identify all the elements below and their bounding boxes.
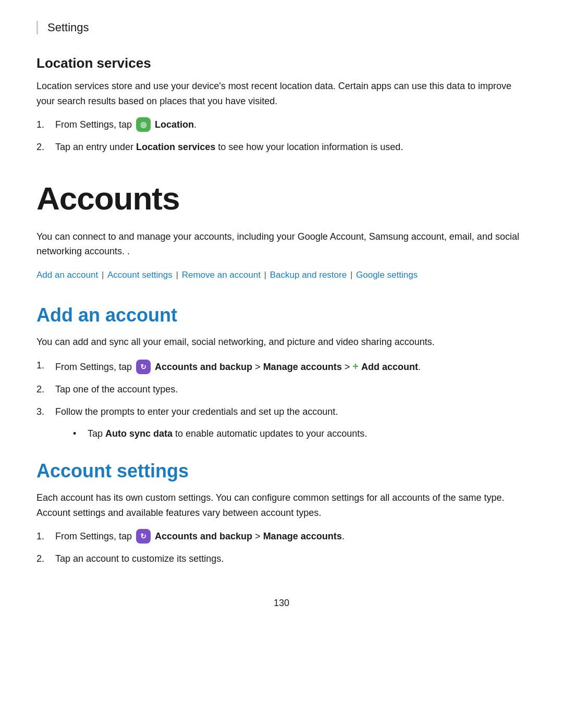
accounts-backup-icon-2: ↻ bbox=[136, 529, 151, 544]
accounts-main-title: Accounts bbox=[36, 180, 527, 217]
bullet-1-content: Tap Auto sync data to enable automatic u… bbox=[88, 426, 527, 441]
location-description: Location services store and use your dev… bbox=[36, 79, 527, 109]
settings-step-number-2: 2. bbox=[36, 551, 55, 566]
add-account-description: You can add and sync all your email, soc… bbox=[36, 335, 527, 350]
plus-icon: + bbox=[352, 361, 359, 372]
manage-accounts-bold-2: Manage accounts bbox=[263, 531, 342, 541]
location-services-bold: Location services bbox=[136, 142, 215, 152]
add-step-3-content: Follow the prompts to enter your credent… bbox=[55, 404, 527, 419]
step-number-2: 2. bbox=[36, 140, 55, 155]
location-steps-list: 1. From Settings, tap ◎ Location. 2. Tap… bbox=[36, 117, 527, 155]
location-step-1: 1. From Settings, tap ◎ Location. bbox=[36, 117, 527, 132]
accounts-backup-bold: Accounts and backup bbox=[155, 362, 252, 372]
add-account-bullets: • Tap Auto sync data to enable automatic… bbox=[73, 426, 527, 441]
location-services-title: Location services bbox=[36, 55, 527, 71]
settings-step-1-content: From Settings, tap ↻ Accounts and backup… bbox=[55, 529, 527, 544]
settings-step-1: 1. From Settings, tap ↻ Accounts and bac… bbox=[36, 529, 527, 544]
bullet-dot-1: • bbox=[73, 426, 88, 441]
settings-header-text: Settings bbox=[47, 21, 89, 34]
accounts-backup-bold-2: Accounts and backup bbox=[155, 531, 252, 541]
page-container: Settings Location services Location serv… bbox=[0, 0, 563, 640]
add-account-step-1: 1. From Settings, tap ↻ Accounts and bac… bbox=[36, 358, 527, 375]
link-sep-1: | bbox=[99, 270, 106, 280]
location-step-2: 2. Tap an entry under Location services … bbox=[36, 140, 527, 155]
step-number-1: 1. bbox=[36, 117, 55, 132]
accounts-description: You can connect to and manage your accou… bbox=[36, 229, 527, 260]
bullet-auto-sync: • Tap Auto sync data to enable automatic… bbox=[73, 426, 527, 441]
settings-step-number-1: 1. bbox=[36, 529, 55, 544]
add-account-bold: Add account bbox=[361, 362, 418, 372]
accounts-main-section: Accounts You can connect to and manage y… bbox=[36, 180, 527, 283]
settings-header: Settings bbox=[36, 21, 527, 34]
settings-step-2: 2. Tap an account to customize its setti… bbox=[36, 551, 527, 566]
accounts-backup-icon: ↻ bbox=[136, 360, 151, 374]
step-1-content: From Settings, tap ◎ Location. bbox=[55, 117, 527, 132]
add-account-step-3: 3. Follow the prompts to enter your cred… bbox=[36, 404, 527, 419]
link-account-settings[interactable]: Account settings bbox=[107, 270, 173, 280]
page-number: 130 bbox=[36, 598, 527, 609]
account-settings-description: Each account has its own custom settings… bbox=[36, 490, 527, 521]
add-step-1-content: From Settings, tap ↻ Accounts and backup… bbox=[55, 358, 527, 375]
account-settings-section: Account settings Each account has its ow… bbox=[36, 460, 527, 566]
add-step-number-3: 3. bbox=[36, 404, 55, 419]
add-account-title: Add an account bbox=[36, 304, 527, 326]
add-account-section: Add an account You can add and sync all … bbox=[36, 304, 527, 441]
settings-step-2-content: Tap an account to customize its settings… bbox=[55, 551, 527, 566]
add-step-number-1: 1. bbox=[36, 358, 55, 373]
link-backup-restore[interactable]: Backup and restore bbox=[270, 270, 347, 280]
add-step-2-content: Tap one of the account types. bbox=[55, 382, 527, 397]
manage-accounts-bold: Manage accounts bbox=[263, 362, 342, 372]
add-step-number-2: 2. bbox=[36, 382, 55, 397]
account-settings-steps-list: 1. From Settings, tap ↻ Accounts and bac… bbox=[36, 529, 527, 566]
account-settings-title: Account settings bbox=[36, 460, 527, 482]
link-sep-4: | bbox=[348, 270, 355, 280]
add-account-step-2: 2. Tap one of the account types. bbox=[36, 382, 527, 397]
add-account-steps-list: 1. From Settings, tap ↻ Accounts and bac… bbox=[36, 358, 527, 419]
location-section: Location services Location services stor… bbox=[36, 55, 527, 155]
auto-sync-bold: Auto sync data bbox=[105, 428, 173, 439]
link-remove-account[interactable]: Remove an account bbox=[182, 270, 261, 280]
link-add-account[interactable]: Add an account bbox=[36, 270, 98, 280]
accounts-links-row: Add an account | Account settings | Remo… bbox=[36, 267, 527, 283]
link-sep-2: | bbox=[174, 270, 181, 280]
link-google-settings[interactable]: Google settings bbox=[356, 270, 418, 280]
location-icon: ◎ bbox=[136, 117, 151, 132]
location-bold: Location bbox=[155, 119, 194, 130]
link-sep-3: | bbox=[262, 270, 269, 280]
step-2-content: Tap an entry under Location services to … bbox=[55, 140, 527, 155]
